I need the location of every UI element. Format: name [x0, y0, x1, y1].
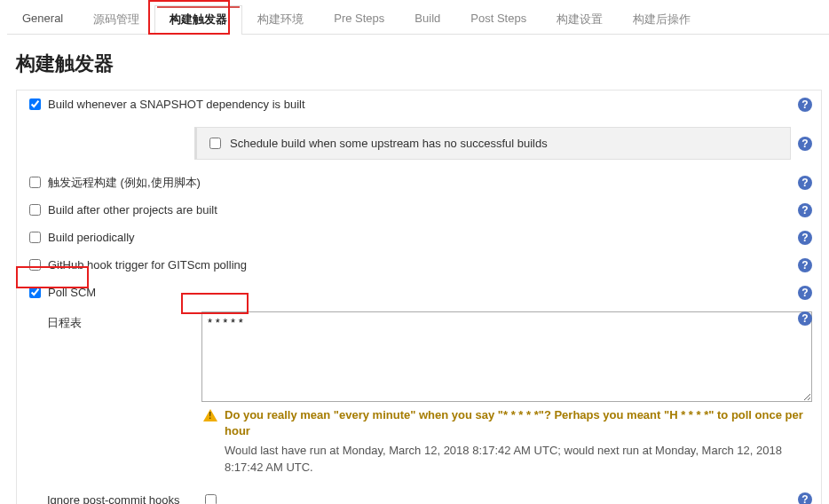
label-snapshot: Build whenever a SNAPSHOT dependency is …	[48, 98, 798, 111]
help-icon[interactable]	[798, 203, 812, 217]
warning-body: Would last have run at Monday, March 12,…	[225, 443, 812, 475]
tab-scm[interactable]: 源码管理	[78, 5, 154, 35]
help-icon[interactable]	[798, 176, 812, 190]
row-snapshot: Build whenever a SNAPSHOT dependency is …	[17, 91, 821, 118]
checkbox-ignore-hooks[interactable]	[205, 494, 217, 504]
label-github-hook: GitHub hook trigger for GITScm polling	[48, 258, 798, 272]
help-icon[interactable]	[798, 311, 812, 326]
schedule-input[interactable]	[201, 311, 812, 402]
checkbox-build-after[interactable]	[29, 204, 41, 216]
row-ignore-hooks: Ignore post-commit hooks	[17, 483, 821, 504]
label-build-periodically: Build periodically	[48, 231, 798, 244]
tab-pre-steps[interactable]: Pre Steps	[319, 5, 399, 35]
tab-build[interactable]: Build	[399, 5, 455, 35]
warning-icon	[203, 409, 217, 421]
label-ignore-hooks: Ignore post-commit hooks	[26, 493, 201, 504]
row-build-periodically: Build periodically	[17, 224, 821, 251]
row-remote-trigger: 触发远程构建 (例如,使用脚本)	[17, 169, 821, 196]
config-tabs: General 源码管理 构建触发器 构建环境 Pre Steps Build …	[7, 0, 829, 35]
checkbox-build-periodically[interactable]	[29, 232, 41, 243]
checkbox-snapshot[interactable]	[29, 98, 41, 110]
help-icon[interactable]	[798, 286, 812, 300]
tab-post-build[interactable]: 构建后操作	[618, 5, 706, 35]
tab-post-steps[interactable]: Post Steps	[455, 5, 541, 35]
checkbox-poll-scm[interactable]	[29, 287, 41, 298]
help-icon[interactable]	[798, 492, 812, 504]
checkbox-remote-trigger[interactable]	[29, 177, 41, 188]
schedule-row: 日程表	[17, 306, 821, 404]
schedule-label: 日程表	[26, 311, 201, 402]
row-github-hook: GitHub hook trigger for GITScm polling	[17, 251, 821, 279]
warning-head: Do you really mean "every minute" when y…	[225, 407, 812, 439]
row-build-after: Build after other projects are built	[17, 196, 821, 224]
tab-build-triggers[interactable]: 构建触发器	[154, 5, 242, 35]
label-poll-scm: Poll SCM	[48, 286, 798, 299]
help-icon[interactable]	[798, 231, 812, 245]
tab-build-env[interactable]: 构建环境	[242, 5, 319, 35]
checkbox-github-hook[interactable]	[29, 259, 41, 271]
row-upstream-no-success: Schedule build when some upstream has no…	[17, 118, 821, 169]
schedule-warning: Do you really mean "every minute" when y…	[203, 407, 812, 476]
triggers-panel: Build whenever a SNAPSHOT dependency is …	[16, 90, 822, 504]
checkbox-upstream-no-success[interactable]	[209, 138, 221, 149]
row-poll-scm: Poll SCM	[17, 279, 821, 306]
tab-general[interactable]: General	[7, 5, 78, 35]
section-title: 构建触发器	[0, 35, 829, 90]
label-upstream-no-success: Schedule build when some upstream has no…	[230, 137, 548, 150]
label-remote-trigger: 触发远程构建 (例如,使用脚本)	[48, 175, 798, 191]
help-icon[interactable]	[798, 258, 812, 272]
label-build-after: Build after other projects are built	[48, 203, 798, 217]
tab-build-settings[interactable]: 构建设置	[541, 5, 618, 35]
help-icon[interactable]	[798, 137, 812, 151]
help-icon[interactable]	[798, 98, 812, 112]
